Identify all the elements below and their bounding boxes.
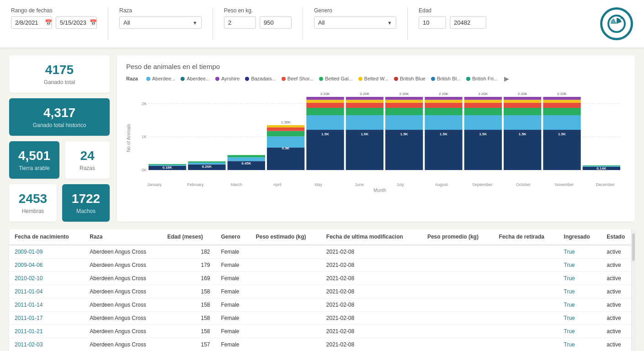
- machos-label: Machos: [71, 208, 101, 214]
- ganado-total-label: Ganado total: [18, 79, 101, 85]
- cell-peso-est: [250, 259, 321, 272]
- edad-group: Edad: [419, 7, 486, 40]
- calendar-icon-to: 📅: [90, 19, 97, 26]
- svg-rect-48: [385, 100, 423, 102]
- table-row[interactable]: 2011-01-04 Aberdeen Angus Cross 158 Fema…: [9, 285, 635, 298]
- legend-item: Belted W...: [358, 76, 389, 81]
- col-fecha-ret: Fecha de retirada: [494, 229, 559, 245]
- peso-label: Peso en kg.: [224, 7, 292, 14]
- raza-group: Raza All ▼: [119, 7, 202, 40]
- svg-rect-61: [464, 115, 502, 130]
- svg-text:0.14K: 0.14K: [596, 166, 607, 170]
- cell-fecha-ret: [494, 259, 559, 272]
- svg-rect-40: [346, 100, 383, 102]
- cell-peso-est: [250, 325, 321, 338]
- svg-rect-55: [425, 103, 462, 108]
- cell-fecha-ret: [494, 338, 559, 351]
- svg-text:1.5K: 1.5K: [400, 132, 408, 136]
- cell-peso-prom: [422, 245, 494, 259]
- chart-legend: Raza Aberdee...Aberdee...AyrshireBazadai…: [126, 75, 626, 82]
- legend-item: Aberdee...: [181, 76, 210, 81]
- ganado-historico-card: 4,317 Ganado total historico: [9, 98, 110, 136]
- scrollbar-thumb[interactable]: [632, 234, 635, 261]
- table-row[interactable]: 2009-01-09 Aberdeen Angus Cross 182 Fema…: [9, 245, 635, 259]
- table-row[interactable]: 2010-02-10 Aberdeen Angus Cross 169 Fema…: [9, 272, 635, 285]
- table-row[interactable]: 2011-01-17 Aberdeen Angus Cross 158 Fema…: [9, 312, 635, 325]
- cell-fecha-nac: 2009-04-06: [9, 259, 84, 272]
- cell-ingresado: True: [559, 312, 601, 325]
- raza-label: Raza: [119, 7, 202, 14]
- table-row[interactable]: 2011-01-14 Aberdeen Angus Cross 158 Fema…: [9, 298, 635, 312]
- col-peso-est: Peso estimado (kg): [250, 229, 321, 245]
- legend-item: British Fri...: [466, 76, 498, 81]
- logo-area: [600, 7, 633, 40]
- tierra-arable-label: Tierra arable: [18, 165, 50, 171]
- cell-fecha-ret: [494, 312, 559, 325]
- cell-raza: Aberdeen Angus Cross: [84, 285, 162, 298]
- cell-genero: Female: [216, 325, 250, 338]
- legend-arrow-icon[interactable]: ▶: [504, 75, 509, 82]
- svg-rect-71: [504, 103, 541, 108]
- cell-edad: 158: [162, 312, 215, 325]
- filter-bar: Rango de fechas 📅 📅 Raza All ▼ Peso en k…: [0, 0, 644, 48]
- ganado-historico-value: 4,317: [18, 106, 101, 120]
- machos-card: 1722 Machos: [62, 184, 110, 222]
- machos-value: 1722: [71, 191, 101, 206]
- svg-rect-65: [464, 97, 502, 100]
- svg-text:1.5K: 1.5K: [558, 132, 566, 136]
- svg-text:0.45K: 0.45K: [241, 161, 251, 165]
- cell-raza: Aberdeen Angus Cross: [84, 312, 162, 325]
- cell-peso-prom: [422, 338, 494, 351]
- table-row[interactable]: 2011-02-03 Aberdeen Angus Cross 157 Fema…: [9, 338, 635, 351]
- chevron-down-icon: ▼: [192, 20, 197, 26]
- svg-rect-24: [267, 128, 304, 131]
- x-axis-month-label: December: [585, 182, 626, 187]
- genero-select[interactable]: All ▼: [314, 16, 396, 29]
- cell-estado: active: [601, 298, 635, 312]
- svg-rect-41: [346, 97, 383, 100]
- cell-genero: Female: [216, 338, 250, 351]
- legend-item: Ayrshire: [215, 76, 240, 81]
- peso-group: Peso en kg.: [224, 7, 292, 40]
- x-axis-month-label: September: [462, 182, 503, 187]
- peso-max-input[interactable]: [260, 16, 292, 29]
- cell-edad: 158: [162, 285, 215, 298]
- svg-rect-70: [504, 108, 541, 115]
- cell-fecha-nac: 2011-01-17: [9, 312, 84, 325]
- ganado-total-card: 4175 Ganado total: [9, 55, 110, 93]
- svg-rect-49: [385, 97, 423, 100]
- divider-4: [407, 7, 408, 40]
- cell-fecha-ret: [494, 285, 559, 298]
- table-body: 2009-01-09 Aberdeen Angus Cross 182 Fema…: [9, 245, 635, 351]
- cell-fecha-mod: 2021-02-08: [321, 245, 422, 259]
- cell-fecha-nac: 2010-02-10: [9, 272, 84, 285]
- cell-peso-est: [250, 298, 321, 312]
- cell-fecha-ret: [494, 325, 559, 338]
- chart-svg: 0K1K2K0.18K0.26K0.45K0.9K1.35K1.5K2.20K1…: [134, 88, 626, 179]
- cell-peso-est: [250, 245, 321, 259]
- col-estado: Estado: [601, 229, 635, 245]
- raza-select[interactable]: All ▼: [119, 16, 202, 29]
- cell-ingresado: True: [559, 272, 601, 285]
- cell-fecha-nac: 2011-01-21: [9, 325, 84, 338]
- razas-label: Razas: [74, 165, 101, 171]
- y-axis-label: No of Animals: [126, 124, 131, 152]
- edad-min-input[interactable]: [419, 16, 446, 29]
- col-edad: Edad (meses): [162, 229, 215, 245]
- svg-rect-56: [425, 100, 462, 102]
- cell-edad: 182: [162, 245, 215, 259]
- edad-max-input[interactable]: [450, 16, 486, 29]
- divider-3: [303, 7, 303, 40]
- cell-fecha-nac: 2011-02-03: [9, 338, 84, 351]
- svg-rect-73: [504, 97, 541, 100]
- divider-2: [213, 7, 213, 40]
- svg-rect-37: [346, 115, 383, 130]
- table-row[interactable]: 2011-01-21 Aberdeen Angus Cross 158 Fema…: [9, 325, 635, 338]
- svg-text:0.9K: 0.9K: [282, 146, 290, 150]
- svg-text:2K: 2K: [142, 101, 147, 106]
- svg-text:1.5K: 1.5K: [361, 132, 368, 136]
- cell-ingresado: True: [559, 285, 601, 298]
- razas-card: 24 Razas: [65, 141, 110, 179]
- peso-min-input[interactable]: [224, 16, 256, 29]
- table-row[interactable]: 2009-04-06 Aberdeen Angus Cross 179 Fema…: [9, 259, 635, 272]
